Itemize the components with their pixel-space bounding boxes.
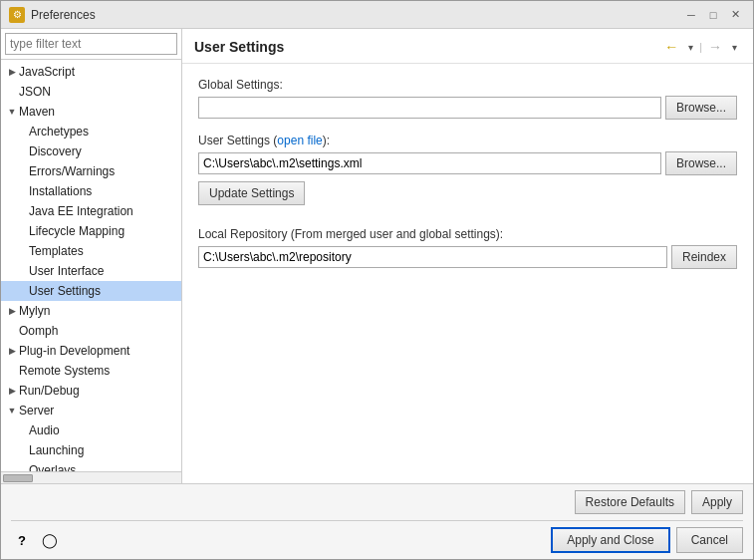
local-repository-input[interactable] (198, 246, 667, 268)
global-settings-browse-button[interactable]: Browse... (665, 96, 737, 120)
global-settings-label: Global Settings: (198, 78, 737, 92)
restore-defaults-button[interactable]: Restore Defaults (575, 490, 685, 514)
user-settings-input-row: Browse... (198, 151, 737, 175)
nav-buttons: ← ▾ | → ▾ (660, 37, 741, 57)
sidebar-label-user-interface: User Interface (29, 264, 104, 278)
sidebar-item-errors-warnings[interactable]: Errors/Warnings (1, 161, 181, 181)
apply-button[interactable]: Apply (691, 490, 743, 514)
forward-button[interactable]: → (704, 37, 726, 57)
sidebar-item-user-settings[interactable]: User Settings (1, 281, 181, 301)
local-repository-group: Local Repository (From merged user and g… (198, 227, 737, 269)
bottom-bar: Restore Defaults Apply ? ◯ Apply and Clo… (1, 483, 753, 559)
minimize-button[interactable]: ─ (681, 6, 701, 24)
tree: ▶ JavaScript JSON ▼ Maven Archetypes (1, 60, 181, 471)
sidebar-label-json: JSON (19, 85, 51, 99)
spacer-oomph (5, 324, 19, 338)
back-button[interactable]: ← (660, 37, 682, 57)
sidebar-label-mylyn: Mylyn (19, 304, 50, 318)
back-dropdown-button[interactable]: ▾ (684, 40, 697, 55)
info-icon: ◯ (42, 532, 58, 548)
sidebar-item-plugin-dev[interactable]: ▶ Plug-in Development (1, 341, 181, 361)
sidebar-item-archetypes[interactable]: Archetypes (1, 122, 181, 141)
sidebar-item-launching[interactable]: Launching (1, 440, 181, 460)
help-icon: ? (18, 533, 26, 548)
sidebar-item-server[interactable]: ▼ Server (1, 401, 181, 420)
spacer-json (5, 85, 19, 99)
sidebar-item-oomph[interactable]: Oomph (1, 321, 181, 341)
main-content: ▶ JavaScript JSON ▼ Maven Archetypes (1, 29, 753, 483)
expand-arrow-run-debug: ▶ (5, 384, 19, 398)
sidebar-label-remote-systems: Remote Systems (19, 364, 110, 378)
expand-arrow-plugin-dev: ▶ (5, 344, 19, 358)
user-settings-browse-button[interactable]: Browse... (665, 151, 737, 175)
sidebar-item-remote-systems[interactable]: Remote Systems (1, 361, 181, 381)
info-button[interactable]: ◯ (39, 529, 61, 551)
user-settings-group: User Settings (open file): Browse... Upd… (198, 134, 737, 205)
content-header: User Settings ← ▾ | → ▾ (182, 29, 753, 64)
expand-arrow-mylyn: ▶ (5, 304, 19, 318)
global-settings-input-row: Browse... (198, 96, 737, 120)
sidebar-item-java-ee[interactable]: Java EE Integration (1, 201, 181, 221)
user-settings-label: User Settings (open file): (198, 134, 737, 147)
content-body: Global Settings: Browse... User Settings… (182, 64, 753, 483)
user-settings-input[interactable] (198, 152, 661, 174)
sidebar-item-json[interactable]: JSON (1, 82, 181, 102)
preferences-window: ⚙ Preferences ─ □ ✕ ▶ JavaScript (0, 0, 754, 560)
sidebar-item-javascript[interactable]: ▶ JavaScript (1, 62, 181, 82)
sidebar-label-server: Server (19, 404, 54, 418)
cancel-button[interactable]: Cancel (676, 527, 743, 553)
sidebar-item-audio[interactable]: Audio (1, 420, 181, 440)
sidebar-item-lifecycle[interactable]: Lifecycle Mapping (1, 221, 181, 241)
local-repository-label: Local Repository (From merged user and g… (198, 227, 737, 241)
window-title: Preferences (31, 8, 96, 22)
sidebar-item-user-interface[interactable]: User Interface (1, 261, 181, 281)
window-icon: ⚙ (9, 7, 25, 23)
title-controls: ─ □ ✕ (681, 6, 745, 24)
sidebar-item-maven[interactable]: ▼ Maven (1, 102, 181, 122)
sidebar-item-mylyn[interactable]: ▶ Mylyn (1, 301, 181, 321)
open-file-link[interactable]: open file (277, 134, 322, 147)
title-bar-left: ⚙ Preferences (9, 7, 96, 23)
sidebar-item-templates[interactable]: Templates (1, 241, 181, 261)
sidebar-label-overlays: Overlays (29, 463, 76, 471)
maximize-button[interactable]: □ (703, 6, 723, 24)
sidebar-label-discovery: Discovery (29, 144, 82, 158)
content-panel: User Settings ← ▾ | → ▾ Global Settings:… (182, 29, 753, 483)
title-bar: ⚙ Preferences ─ □ ✕ (1, 1, 753, 29)
apply-and-close-button[interactable]: Apply and Close (551, 527, 669, 553)
spacer-remote (5, 364, 19, 378)
sidebar-label-errors-warnings: Errors/Warnings (29, 164, 115, 178)
sidebar-label-oomph: Oomph (19, 324, 58, 338)
nav-separator: | (699, 41, 702, 53)
forward-dropdown-button[interactable]: ▾ (728, 40, 741, 55)
sidebar-label-templates: Templates (29, 244, 84, 258)
sidebar-item-overlays[interactable]: Overlays (1, 460, 181, 471)
sidebar-item-discovery[interactable]: Discovery (1, 141, 181, 161)
sidebar-item-installations[interactable]: Installations (1, 181, 181, 201)
sidebar-label-user-settings: User Settings (29, 284, 101, 298)
local-repository-input-row: Reindex (198, 245, 737, 269)
close-button[interactable]: ✕ (725, 6, 745, 24)
sidebar-label-maven: Maven (19, 105, 55, 119)
sidebar-label-audio: Audio (29, 423, 60, 437)
sidebar-label-run-debug: Run/Debug (19, 384, 80, 398)
search-input[interactable] (5, 33, 177, 55)
reindex-button[interactable]: Reindex (671, 245, 737, 269)
sidebar-label-launching: Launching (29, 443, 84, 457)
expand-arrow-javascript: ▶ (5, 65, 19, 79)
global-settings-group: Global Settings: Browse... (198, 78, 737, 120)
update-settings-button[interactable]: Update Settings (198, 181, 305, 205)
content-title: User Settings (194, 39, 284, 55)
sidebar-label-archetypes: Archetypes (29, 125, 89, 139)
expand-arrow-server: ▼ (5, 404, 19, 418)
expand-arrow-maven: ▼ (5, 105, 19, 119)
sidebar-item-run-debug[interactable]: ▶ Run/Debug (1, 381, 181, 401)
sidebar-scrollbar-x[interactable] (1, 471, 181, 483)
sidebar-label-javascript: JavaScript (19, 65, 75, 79)
help-button[interactable]: ? (11, 529, 33, 551)
sidebar-label-installations: Installations (29, 184, 92, 198)
bottom-left-icons: ? ◯ (11, 529, 61, 551)
global-settings-input[interactable] (198, 97, 661, 119)
sidebar-label-lifecycle: Lifecycle Mapping (29, 224, 125, 238)
sidebar-label-plugin-dev: Plug-in Development (19, 344, 129, 358)
